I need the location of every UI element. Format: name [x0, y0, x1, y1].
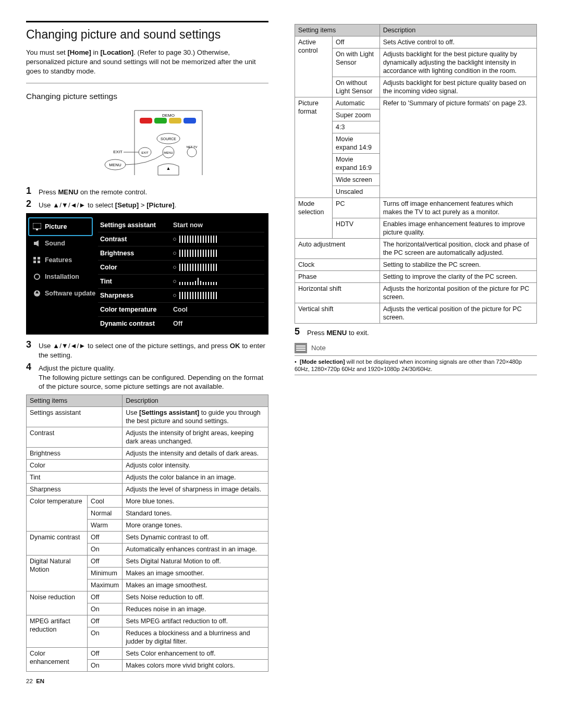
table-cell: Maximum [88, 579, 123, 591]
table-cell: Tint [27, 472, 123, 484]
table-cell: Horizontal shift [295, 283, 380, 303]
table-cell: PC [333, 198, 380, 218]
svg-point-7 [187, 147, 197, 157]
osd-row-label: Color temperature [100, 306, 173, 313]
table-cell: Sets Digital Natural Motion to off. [123, 556, 268, 567]
table-cell: Makes colors more vivid bright colors. [123, 660, 268, 672]
osd-row: Contrast [98, 232, 264, 246]
table-cell: Wide screen [333, 174, 380, 186]
svg-rect-19 [33, 261, 36, 263]
table-cell: Mode selection [295, 198, 333, 239]
svg-rect-18 [38, 257, 40, 260]
table-cell: Automatically enhances contrast in an im… [123, 544, 268, 556]
osd-side-software: Software update [30, 285, 98, 302]
table-cell: Warm [88, 520, 123, 532]
page-title: Changing picture and sound settings [26, 28, 268, 42]
table-cell: Off [333, 36, 380, 48]
table-cell: Adjusts backlight for the best picture q… [380, 48, 536, 77]
table-cell: Clock [295, 259, 380, 271]
table-cell: On [88, 544, 123, 556]
svg-text:SOURCE: SOURCE [161, 137, 176, 141]
table-cell: Settings assistant [27, 407, 123, 427]
table-cell: Sets Noise reduction to off. [123, 591, 268, 603]
demo-label: DEMO [162, 113, 175, 118]
table-cell: Sets Dynamic contrast to off. [123, 532, 268, 544]
table-cell: Color [27, 460, 123, 472]
table-cell: Adjusts the horizontal position of the p… [380, 283, 536, 303]
osd-row: Brightness [98, 246, 264, 260]
green-button [154, 118, 167, 124]
table-cell: Contrast [27, 427, 123, 448]
osd-side-sound: Sound [30, 235, 98, 252]
table-cell: More orange tones. [123, 520, 268, 532]
step-5: 5Press MENU to exit. [295, 327, 537, 338]
table-cell: Adjusts the color balance in an image. [123, 472, 268, 484]
note-label: Note [311, 344, 326, 352]
right-column: Setting items Description Active control… [295, 21, 537, 684]
osd-side-picture: Picture [30, 218, 98, 235]
osd-row: Color temperatureCool [98, 302, 264, 316]
note-box: Note • [Mode selection] will not be disp… [295, 343, 537, 376]
table-cell: On with Light Sensor [333, 48, 380, 77]
table-cell: More blue tones. [123, 496, 268, 508]
osd-row-label: Dynamic contrast [100, 320, 173, 327]
features-icon [32, 255, 42, 265]
table-cell: Active control [295, 36, 333, 97]
table-2: Setting items Description Active control… [295, 24, 537, 324]
osd-row-value [173, 278, 262, 285]
table-cell: Vertical shift [295, 303, 380, 324]
osd-row-value [173, 264, 262, 271]
page-footer: 22 EN [26, 678, 268, 684]
table-cell: On [88, 627, 123, 648]
table-cell: On without Light Sensor [333, 77, 380, 97]
table-cell: Super zoom [333, 109, 380, 121]
table-cell: Reduces a blockiness and a blurriness an… [123, 627, 268, 648]
svg-text:MENU: MENU [109, 163, 121, 167]
table-cell: Auto adjustment [295, 239, 380, 259]
table-cell: Off [88, 556, 123, 567]
osd-row-value: Cool [173, 306, 262, 313]
table-cell: MPEG artifact reduction [27, 615, 88, 648]
table-cell: Brightness [27, 448, 123, 460]
remote-illustration: DEMO SOURCE EXIT MENU NET TV ▲ EXIT [26, 106, 268, 181]
table-cell: Picture format [295, 97, 333, 198]
note-icon [295, 343, 307, 353]
table-cell: On [88, 660, 123, 672]
picture-icon [32, 222, 42, 231]
table-cell: Sets Color enhancement to off. [123, 648, 268, 660]
step-4: 4Adjust the picture quality.The followin… [26, 362, 268, 391]
table-cell: Normal [88, 508, 123, 520]
table-cell: Movie expand 16:9 [333, 154, 380, 174]
table-cell: Automatic [333, 97, 380, 109]
gear-icon [32, 272, 42, 281]
table2-header-desc: Description [380, 24, 536, 36]
svg-rect-17 [33, 257, 36, 260]
osd-row: Dynamic contrastOff [98, 316, 264, 330]
table-cell: Color temperature [27, 496, 88, 532]
svg-text:▲: ▲ [166, 166, 170, 171]
svg-point-22 [36, 276, 38, 278]
svg-text:EXIT: EXIT [113, 150, 123, 154]
step-1: 1Press MENU on the remote control. [26, 186, 268, 197]
svg-rect-14 [33, 223, 41, 229]
step-2: 2Use ▲/▼/◄/► to select [Setup] > [Pictur… [26, 199, 268, 210]
table-cell: Cool [88, 496, 123, 508]
table1-header-desc: Description [123, 395, 268, 407]
table-cell: Minimum [88, 567, 123, 579]
osd-row: Sharpness [98, 288, 264, 302]
osd-row-label: Color [100, 264, 173, 271]
table-cell: Unscaled [333, 186, 380, 198]
osd-row-label: Tint [100, 278, 173, 285]
table-cell: On [88, 603, 123, 615]
table-cell: 4:3 [333, 121, 380, 133]
osd-row: Tint [98, 274, 264, 288]
table-cell: Reduces noise in an image. [123, 603, 268, 615]
table-cell: Turns off image enhancement features whi… [380, 198, 536, 218]
remote-svg: DEMO SOURCE EXIT MENU NET TV ▲ EXIT [85, 106, 210, 179]
table-cell: Adjusts the level of sharpness in image … [123, 484, 268, 496]
svg-rect-20 [38, 261, 40, 263]
svg-rect-15 [36, 229, 38, 230]
svg-text:MENU: MENU [164, 151, 173, 154]
step-3: 3Use ▲/▼/◄/► to select one of the pictur… [26, 340, 268, 360]
left-column: Changing picture and sound settings You … [26, 21, 268, 684]
